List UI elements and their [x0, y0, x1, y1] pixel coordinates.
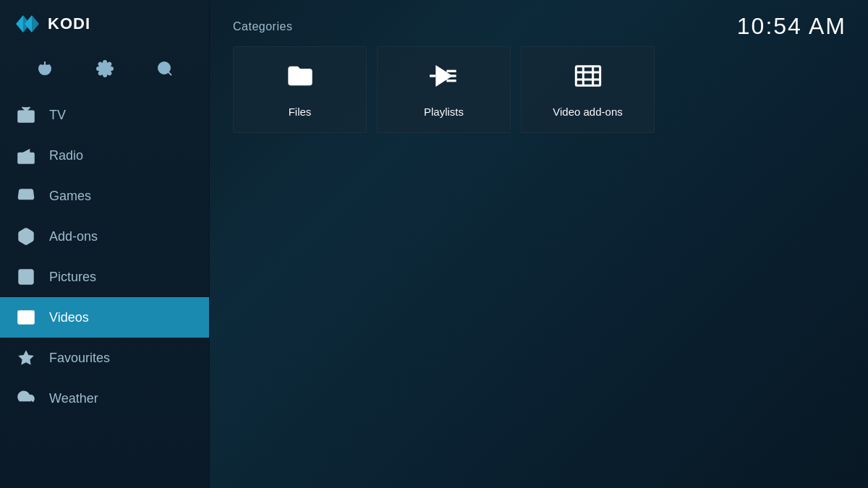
files-label: Files — [289, 106, 312, 118]
sidebar-item-tv-label: TV — [49, 108, 66, 123]
sidebar-item-pictures[interactable]: Pictures — [0, 257, 209, 297]
sidebar-item-weather-label: Weather — [49, 391, 98, 406]
svg-point-5 — [158, 62, 170, 74]
sidebar-item-favourites[interactable]: Favourites — [0, 338, 209, 378]
categories-grid: Files Playlists — [233, 46, 845, 133]
power-button[interactable] — [30, 54, 59, 83]
svg-marker-2 — [25, 15, 32, 33]
sidebar-actions — [0, 47, 209, 95]
svg-rect-33 — [576, 67, 600, 86]
sidebar-nav: TV Radio — [0, 95, 209, 488]
power-icon — [36, 60, 54, 77]
playlists-label: Playlists — [424, 106, 464, 118]
svg-rect-19 — [18, 311, 34, 323]
pictures-icon — [16, 267, 36, 287]
sidebar-item-tv[interactable]: TV — [0, 95, 209, 135]
svg-rect-7 — [18, 111, 34, 122]
sidebar-header: KODI — [0, 0, 209, 47]
sidebar-item-favourites-label: Favourites — [49, 351, 110, 366]
tv-icon — [16, 105, 36, 125]
sidebar-item-add-ons[interactable]: Add-ons — [0, 216, 209, 257]
app-container: KODI — [0, 0, 868, 488]
video-add-ons-icon — [574, 61, 603, 97]
games-icon — [16, 186, 36, 206]
favourites-icon — [16, 348, 36, 368]
sidebar-item-add-ons-label: Add-ons — [49, 229, 98, 244]
sidebar-item-videos[interactable]: Videos — [0, 297, 209, 338]
settings-icon — [96, 60, 114, 77]
svg-marker-0 — [16, 15, 23, 33]
weather-icon — [16, 388, 36, 408]
svg-line-6 — [168, 72, 171, 75]
sidebar-item-radio[interactable]: Radio — [0, 135, 209, 176]
kodi-logo-icon — [14, 11, 41, 37]
sidebar-item-games-label: Games — [49, 189, 91, 204]
kodi-logo-text: KODI — [48, 14, 90, 33]
main-content: 10:54 AM Categories Files — [210, 0, 868, 488]
add-ons-icon — [16, 226, 36, 247]
files-icon — [286, 61, 315, 97]
sidebar: KODI — [0, 0, 210, 488]
svg-point-18 — [22, 273, 25, 275]
search-button[interactable] — [150, 54, 179, 83]
video-add-ons-label: Video add-ons — [553, 106, 622, 118]
radio-icon — [16, 145, 36, 166]
sidebar-item-pictures-label: Pictures — [49, 270, 96, 285]
category-card-video-add-ons[interactable]: Video add-ons — [521, 46, 655, 133]
videos-icon — [16, 307, 36, 328]
svg-marker-3 — [32, 15, 39, 33]
playlists-icon — [430, 61, 459, 97]
category-card-playlists[interactable]: Playlists — [377, 46, 511, 133]
search-icon — [156, 60, 174, 77]
clock: 10:54 AM — [737, 13, 846, 40]
sidebar-item-games[interactable]: Games — [0, 176, 209, 216]
sidebar-item-videos-label: Videos — [49, 310, 89, 325]
kodi-logo: KODI — [14, 11, 90, 37]
svg-point-9 — [20, 157, 23, 160]
category-card-files[interactable]: Files — [233, 46, 367, 133]
sidebar-item-radio-label: Radio — [49, 148, 83, 163]
sidebar-item-weather[interactable]: Weather — [0, 378, 209, 419]
svg-marker-24 — [18, 350, 34, 365]
settings-button[interactable] — [90, 54, 119, 83]
